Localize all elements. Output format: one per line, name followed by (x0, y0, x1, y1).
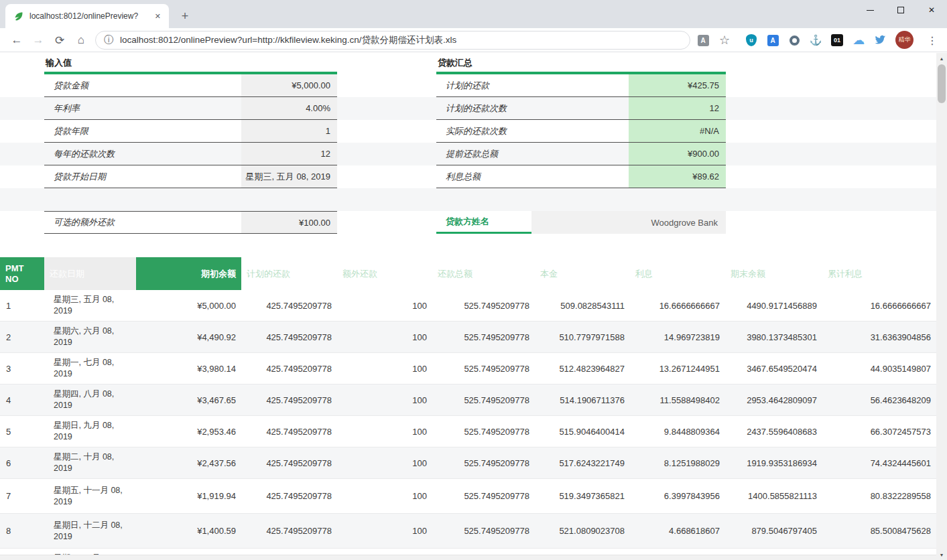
cell-cumulative-interest: 44.9035149807 (822, 359, 936, 378)
bird-extension-icon[interactable] (873, 33, 887, 47)
amortization-row: 2 星期六, 六月 08, 2019 ¥4,490.92 425.7495209… (0, 322, 936, 353)
forward-button[interactable]: → (29, 31, 47, 49)
summary-value: ¥900.00 (629, 143, 726, 165)
summary-value: ¥425.75 (629, 74, 726, 97)
extra-payment-row: 可选的额外还款 ¥100.00 贷款方姓名 Woodgrove Bank (0, 211, 936, 234)
maximize-button[interactable] (885, 0, 916, 20)
cell-principal: 512.4823964827 (535, 359, 630, 378)
header-extra-payment: 额外还款 (337, 257, 432, 290)
summary-label: 实际的还款次数 (436, 120, 629, 143)
summary-label: 利息总额 (436, 165, 629, 188)
cell-ending-balance: 1919.9353186934 (725, 453, 822, 473)
url-bar[interactable]: ⓘ localhost:8012/onlinePreview?url=http:… (95, 31, 690, 50)
horizontal-scrollbar[interactable] (0, 555, 936, 560)
cell-opening-balance: ¥2,437.56 (136, 453, 241, 473)
scroll-up-icon[interactable]: ▲ (936, 53, 947, 64)
opera-extension-icon[interactable] (787, 33, 802, 47)
back-button[interactable]: ← (8, 31, 25, 49)
cell-opening-balance: ¥1,919.94 (136, 486, 241, 506)
cell-ending-balance: 3467.6549520474 (725, 359, 822, 378)
cell-ending-balance: 2953.4642809097 (725, 391, 822, 410)
tab-close-icon[interactable]: ✕ (152, 11, 164, 22)
cell-scheduled-payment: 425.7495209778 (241, 521, 337, 541)
scrollbar-thumb[interactable] (938, 64, 946, 103)
cell-extra-payment: 100 (337, 328, 432, 347)
cell-principal: 521.0809023708 (535, 521, 630, 541)
lender-name-label: 贷款方姓名 (436, 211, 531, 234)
url-text: localhost:8012/onlinePreview?url=http://… (120, 34, 456, 46)
lender-name-value: Woodgrove Bank (531, 211, 726, 234)
cell-opening-balance: ¥2,953.46 (136, 422, 241, 441)
amortization-row: 8 星期日, 十二月 08, 2019 ¥1,400.59 425.749520… (0, 514, 936, 549)
new-tab-button[interactable]: + (176, 7, 194, 25)
summary-label: 计划的还款 (436, 74, 629, 97)
close-button[interactable]: ✕ (916, 0, 947, 20)
input-value: 1 (241, 120, 337, 143)
cell-payment-date: 星期六, 六月 08, 2019 (44, 322, 136, 352)
cell-total-payment: 525.7495209778 (432, 391, 535, 410)
cell-extra-payment: 100 (337, 486, 432, 506)
page-info-icon[interactable]: ⓘ (104, 34, 113, 46)
cloud-extension-icon[interactable]: ☁ (851, 33, 866, 47)
summary-value: #N/A (629, 120, 726, 143)
cell-payment-date: 星期三, 五月 08, 2019 (44, 290, 136, 321)
input-value: ¥5,000.00 (241, 74, 337, 97)
cell-cumulative-interest: 74.4324445601 (822, 453, 936, 473)
cell-ending-balance: 4490.9171456889 (725, 296, 822, 316)
cell-ending-balance: 3980.1373485301 (725, 328, 822, 347)
profile-avatar[interactable]: 精华 (895, 31, 913, 49)
bookmark-star-icon[interactable]: ☆ (717, 33, 732, 47)
scroll-down-icon[interactable]: ▼ (936, 549, 947, 560)
cell-interest: 13.2671244951 (630, 359, 725, 378)
blank-row (0, 188, 936, 211)
cell-pmt-no: 4 (0, 391, 44, 410)
input-label: 贷款开始日期 (44, 165, 241, 188)
cell-opening-balance: ¥4,490.92 (136, 328, 241, 347)
cell-scheduled-payment: 425.7495209778 (241, 422, 337, 441)
browser-toolbar: ← → ⟳ ⌂ ⓘ localhost:8012/onlinePreview?u… (0, 28, 947, 52)
translate-extension-icon[interactable]: A (765, 33, 780, 47)
cell-payment-date: 星期日, 九月 08, 2019 (44, 416, 136, 447)
cell-scheduled-payment: 425.7495209778 (241, 296, 337, 316)
header-cumulative-interest: 累计利息 (822, 257, 936, 290)
cell-scheduled-payment: 425.7495209778 (241, 359, 337, 378)
cell-opening-balance: ¥5,000.00 (136, 296, 241, 316)
cell-pmt-no: 6 (0, 453, 44, 473)
cell-principal: 515.9046400414 (535, 422, 630, 441)
minimize-icon (867, 10, 874, 11)
amortization-header: PMT NO 还款日期 期初余额 计划的还款 额外还款 还款总额 本金 利息 期… (0, 257, 936, 290)
cell-extra-payment: 100 (337, 391, 432, 410)
maximize-icon (897, 7, 904, 13)
cell-principal: 514.1906711376 (535, 391, 630, 410)
cell-interest: 9.8448809364 (630, 422, 725, 441)
cell-total-payment: 525.7495209778 (432, 359, 535, 378)
cell-extra-payment: 100 (337, 359, 432, 378)
reload-button[interactable]: ⟳ (51, 31, 68, 49)
amortization-row: 7 星期五, 十一月 08, 2019 ¥1,919.94 425.749520… (0, 479, 936, 514)
cell-interest: 4.668618607 (630, 521, 725, 541)
input-value: 星期三, 五月 08, 2019 (241, 165, 337, 188)
home-button[interactable]: ⌂ (72, 31, 90, 49)
cell-opening-balance: ¥3,980.14 (136, 359, 241, 378)
translate-icon[interactable]: A (696, 33, 710, 47)
cell-ending-balance: 879.5046797405 (725, 521, 822, 541)
browser-menu-icon[interactable]: ⋮ (925, 33, 940, 47)
sheet-row: 贷款金额 ¥5,000.00 计划的还款 ¥425.75 (0, 74, 936, 97)
amortization-body: 1 星期三, 五月 08, 2019 ¥5,000.00 425.7495209… (0, 290, 936, 555)
cell-extra-payment: 100 (337, 422, 432, 441)
cell-principal: 519.3497365821 (535, 486, 630, 506)
onetab-extension-icon[interactable]: 01 (830, 33, 844, 47)
browser-tab[interactable]: localhost:8012/onlinePreview? ✕ (5, 4, 169, 28)
cell-extra-payment: 100 (337, 521, 432, 541)
amortization-row: 3 星期一, 七月 08, 2019 ¥3,980.14 425.7495209… (0, 353, 936, 384)
minimize-button[interactable] (855, 0, 885, 20)
section-title-row: 输入值 贷款汇总 (0, 54, 936, 74)
shield-extension-icon[interactable]: u (744, 33, 759, 47)
header-interest: 利息 (630, 257, 725, 290)
anchor-extension-icon[interactable]: ⚓ (808, 33, 823, 47)
header-opening-balance: 期初余额 (136, 257, 241, 290)
amortization-row: 1 星期三, 五月 08, 2019 ¥5,000.00 425.7495209… (0, 290, 936, 322)
vertical-scrollbar[interactable]: ▲ ▼ (936, 53, 947, 560)
cell-opening-balance: ¥3,467.65 (136, 391, 241, 410)
input-label: 每年的还款次数 (44, 143, 241, 165)
